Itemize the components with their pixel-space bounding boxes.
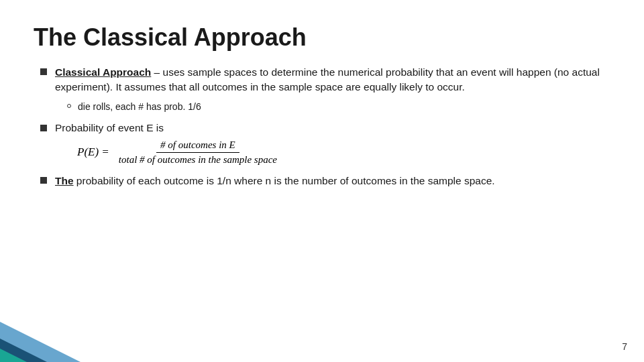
formula-lhs: P(E) = bbox=[77, 145, 109, 159]
bullet-3: The probability of each outcome is 1/n w… bbox=[40, 174, 610, 188]
sub-bullet-circle-icon bbox=[67, 104, 71, 108]
bullet-3-desc: probability of each outcome is 1/n where… bbox=[74, 175, 495, 186]
fraction: # of outcomes in E total # of outcomes i… bbox=[115, 139, 281, 166]
formula-container: P(E) = # of outcomes in E total # of out… bbox=[77, 139, 610, 166]
classical-approach-term: Classical Approach bbox=[55, 66, 151, 78]
prob-label-text: Probability of event E is bbox=[55, 122, 164, 134]
page-number: 7 bbox=[622, 341, 627, 352]
formula: P(E) = # of outcomes in E total # of out… bbox=[77, 139, 281, 166]
slide: The Classical Approach Classical Approac… bbox=[0, 0, 644, 362]
bullet-1: Classical Approach – uses sample spaces … bbox=[40, 65, 610, 95]
fraction-denominator: total # of outcomes in the sample space bbox=[115, 153, 281, 166]
prob-bullet-square-icon bbox=[40, 125, 47, 131]
corner-svg bbox=[0, 308, 80, 362]
bullet-square-icon bbox=[40, 68, 47, 75]
content-area: Classical Approach – uses sample spaces … bbox=[34, 65, 610, 188]
the-prefix: The bbox=[55, 175, 74, 186]
sub-bullet-1: die rolls, each # has prob. 1/6 bbox=[67, 101, 610, 114]
prob-label: Probability of event E is bbox=[40, 122, 610, 134]
bullet-3-text: The probability of each outcome is 1/n w… bbox=[55, 174, 495, 188]
bullet-1-text: Classical Approach – uses sample spaces … bbox=[55, 65, 610, 95]
probability-section: Probability of event E is P(E) = # of ou… bbox=[40, 122, 610, 166]
sub-bullet-1-text: die rolls, each # has prob. 1/6 bbox=[78, 101, 201, 114]
bullet-square-3-icon bbox=[40, 177, 47, 184]
slide-title: The Classical Approach bbox=[34, 23, 610, 52]
fraction-numerator: # of outcomes in E bbox=[156, 139, 239, 153]
corner-decoration bbox=[0, 308, 80, 362]
